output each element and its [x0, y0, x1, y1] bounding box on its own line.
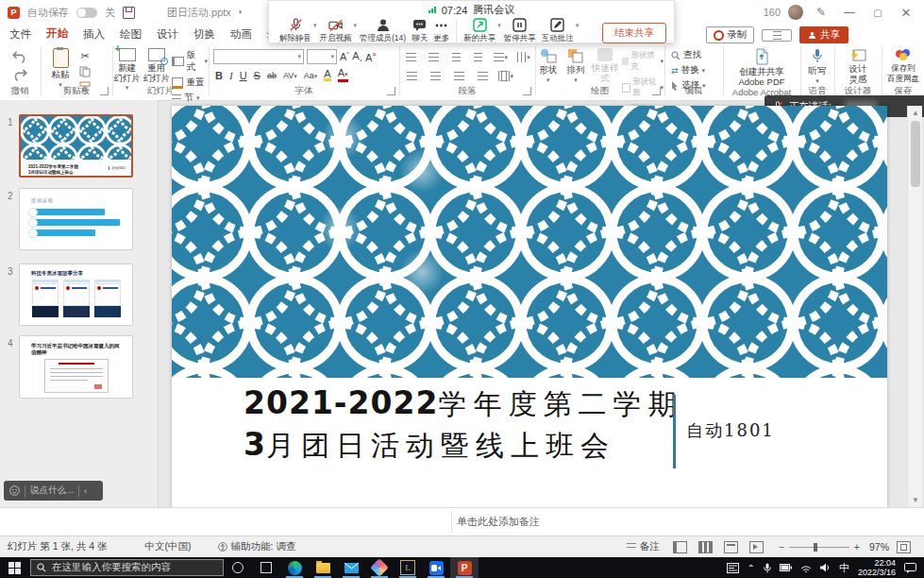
find-button[interactable]: 查找: [671, 49, 701, 61]
battery-icon[interactable]: [780, 564, 792, 571]
bold-button[interactable]: B: [215, 70, 223, 81]
zoom-slider-handle[interactable]: [814, 543, 817, 552]
taskbar-clock[interactable]: 22:042022/3/16: [858, 558, 896, 577]
shrink-font-icon[interactable]: A˅: [352, 50, 362, 63]
tab-home[interactable]: 开始: [39, 24, 76, 45]
increase-indent-icon[interactable]: [471, 50, 485, 64]
strikethrough-button[interactable]: S: [254, 70, 260, 81]
font-name-dropdown[interactable]: ▾: [213, 49, 304, 64]
notes-placeholder[interactable]: 单击此处添加备注: [457, 515, 540, 529]
slide-canvas[interactable]: 2021-2022学年度第二学期 3月团日活动暨线上班会 自动1801: [172, 106, 887, 507]
tab-animations[interactable]: 动画: [223, 25, 260, 44]
slide-title[interactable]: 2021-2022学年度第二学期 3月团日活动暨线上班会: [244, 385, 682, 468]
meeting-chat-pill[interactable]: 说点什么... ‹: [4, 481, 103, 501]
collapse-ribbon-icon[interactable]: ⌄: [903, 85, 911, 94]
highlight-color-icon[interactable]: A: [324, 69, 330, 81]
start-button[interactable]: [0, 557, 28, 578]
shape-fill-button[interactable]: 形状填充▾: [622, 50, 664, 73]
tray-mic-icon[interactable]: [764, 563, 771, 573]
quick-styles-button[interactable]: 快速样式: [592, 48, 619, 83]
copy-icon[interactable]: [79, 66, 91, 77]
taskbar-app-explorer[interactable]: [309, 557, 337, 578]
slide-sorter-view-button[interactable]: [698, 541, 713, 553]
save-icon[interactable]: [123, 7, 135, 19]
arrange-button[interactable]: 排列▾: [563, 48, 587, 85]
grow-font-icon[interactable]: A^: [340, 51, 349, 62]
notes-pane[interactable]: 单击此处添加备注: [0, 507, 924, 536]
dictate-button[interactable]: 听写▾: [801, 43, 833, 86]
maximize-button[interactable]: ▢: [867, 8, 888, 18]
notes-toggle-button[interactable]: 备注: [627, 540, 660, 553]
font-color-icon[interactable]: A▾: [338, 68, 348, 82]
share-button[interactable]: 共享: [799, 26, 848, 43]
unmute-button[interactable]: 解除静音: [277, 18, 314, 44]
tab-draw[interactable]: 绘图: [112, 25, 149, 44]
document-title[interactable]: 团日活动.pptx: [167, 6, 231, 20]
comments-button[interactable]: [762, 29, 792, 42]
collapse-chat-icon[interactable]: ‹: [84, 485, 87, 496]
normal-view-button[interactable]: [673, 541, 687, 553]
clipboard-dialog-launcher[interactable]: [100, 87, 109, 95]
taskbar-app-lol[interactable]: L: [394, 557, 422, 578]
shapes-button[interactable]: 形状▾: [536, 48, 560, 85]
ink-pen-icon[interactable]: ✎: [811, 6, 832, 19]
taskbar-app-powerpoint[interactable]: P: [450, 557, 479, 578]
change-case-icon[interactable]: Aa▾: [304, 71, 318, 80]
paste-button[interactable]: 粘贴▾: [42, 48, 79, 90]
news-widget-icon[interactable]: [727, 563, 739, 573]
reuse-slides-button[interactable]: 重用幻灯片: [143, 48, 170, 83]
slideshow-button[interactable]: [749, 541, 764, 553]
taskbar-app-colorful[interactable]: [365, 557, 394, 578]
undo-icon[interactable]: [12, 49, 27, 63]
zoom-in-button[interactable]: +: [854, 541, 860, 552]
slide-subtitle[interactable]: 自动1801: [686, 419, 775, 442]
pause-share-button[interactable]: 暂停共享: [501, 18, 539, 44]
justify-icon[interactable]: [475, 69, 490, 83]
align-center-icon[interactable]: [428, 69, 443, 83]
clear-format-icon[interactable]: A×: [365, 51, 376, 63]
decrease-indent-icon[interactable]: [449, 50, 463, 64]
bullets-icon[interactable]: [404, 50, 418, 64]
zoom-out-button[interactable]: −: [779, 541, 784, 552]
drawing-dialog-launcher[interactable]: [652, 87, 661, 95]
taskbar-app-meeting[interactable]: [422, 557, 450, 578]
scrollbar-thumb[interactable]: [911, 121, 920, 187]
redo-icon[interactable]: [12, 67, 27, 81]
numbering-icon[interactable]: [427, 50, 441, 64]
italic-button[interactable]: I: [229, 70, 233, 81]
paragraph-dialog-launcher[interactable]: [523, 87, 531, 95]
language-status[interactable]: 中文(中国): [145, 540, 192, 553]
cut-icon[interactable]: ✂: [80, 50, 89, 62]
replace-button[interactable]: ⇄替换▾: [671, 64, 705, 76]
font-dialog-launcher[interactable]: [387, 87, 395, 95]
reading-view-button[interactable]: [724, 541, 738, 553]
new-share-button[interactable]: 新的共享: [461, 18, 498, 44]
annotate-options-icon[interactable]: ▾: [576, 22, 580, 29]
action-center-icon[interactable]: [904, 563, 916, 573]
text-direction-icon[interactable]: ▾: [516, 50, 530, 64]
strike-ab-icon[interactable]: ab: [267, 71, 277, 80]
start-video-button[interactable]: 开启视频: [317, 18, 355, 44]
hidden-icons-chevron[interactable]: ⌃: [748, 563, 755, 573]
slide-thumbnail-4[interactable]: 学习习近平总书记给中国冰雪健儿的回信精神: [19, 335, 133, 399]
autosave-toggle[interactable]: [76, 8, 97, 18]
manage-members-button[interactable]: 管理成员(14): [357, 18, 409, 44]
line-spacing-icon[interactable]: ▾: [494, 50, 508, 64]
slide-thumbnail-2[interactable]: 活动日程: [19, 188, 133, 250]
fit-to-window-button[interactable]: [897, 541, 911, 553]
layout-button[interactable]: 版式▾: [172, 49, 208, 74]
slide-scrollbar[interactable]: ▲ ▼: [907, 106, 922, 507]
account-avatar[interactable]: [788, 5, 803, 20]
minimize-button[interactable]: —: [839, 6, 860, 19]
title-dropdown-icon[interactable]: ▾: [239, 8, 243, 16]
end-share-button[interactable]: 结束共享: [602, 23, 666, 43]
annotate-button[interactable]: 互动批注: [539, 18, 577, 44]
taskbar-app-edge[interactable]: [280, 557, 309, 578]
record-button[interactable]: 录制: [706, 26, 754, 43]
volume-icon[interactable]: [820, 563, 831, 572]
cortana-button[interactable]: [224, 557, 252, 578]
underline-button[interactable]: U: [240, 70, 247, 81]
task-view-button[interactable]: [252, 557, 280, 578]
align-left-icon[interactable]: [404, 69, 419, 83]
ime-indicator[interactable]: 中: [839, 561, 849, 575]
